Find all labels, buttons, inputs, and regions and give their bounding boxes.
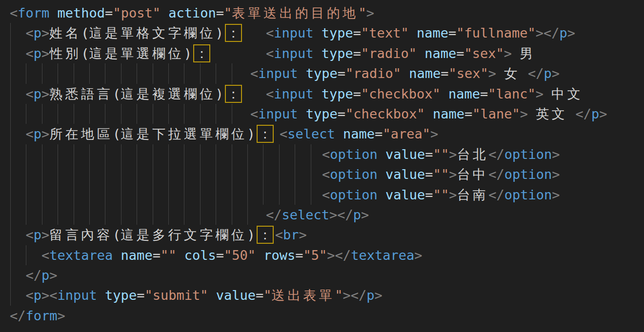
code-token: option: [504, 187, 552, 202]
code-line[interactable]: <p><input type="submit" value="送出表單"></p…: [0, 285, 644, 305]
code-line[interactable]: <option value="">台北</option>: [0, 144, 644, 164]
code-token: type: [105, 288, 137, 303]
code-token: [425, 106, 433, 121]
code-token: <: [266, 25, 274, 40]
code-token: [10, 86, 26, 101]
code-line[interactable]: <p>熟悉語言(這是複選欄位)：<input type="checkbox" n…: [0, 84, 644, 104]
code-line[interactable]: <option value="">台中</option>: [0, 164, 644, 184]
code-token: <: [26, 288, 34, 303]
code-token: =: [256, 288, 263, 303]
indent-guide: [58, 63, 58, 83]
indent-guide: [184, 185, 184, 205]
code-token: ></: [536, 25, 560, 40]
code-line[interactable]: <p>留言內容(這是多行文字欄位)：<br>: [0, 225, 644, 245]
indent-guide: [232, 104, 232, 124]
indent-guide: [26, 205, 26, 225]
indent-guide: [232, 164, 232, 184]
indent-guide: [184, 63, 184, 83]
code-token: [10, 46, 26, 61]
code-token: <: [26, 227, 34, 242]
code-line[interactable]: <p>性別(這是單選欄位)：<input type="radio" name="…: [0, 43, 644, 63]
code-token: "submit": [144, 288, 208, 303]
code-token: "radio": [345, 66, 401, 81]
code-token: [401, 66, 409, 81]
indent-guide: [295, 185, 295, 205]
code-token: (: [81, 25, 89, 40]
code-token: type: [322, 86, 353, 101]
code-token: [10, 25, 26, 40]
indent-guide: [216, 164, 216, 184]
indent-guide: [58, 205, 58, 225]
code-token: [256, 248, 263, 263]
code-line[interactable]: <option value="">台南</option>: [0, 185, 644, 205]
indent-guide: [153, 104, 153, 124]
unicode-highlight-colon: ：: [193, 44, 210, 62]
code-token: </: [528, 66, 544, 81]
code-token: </: [266, 207, 282, 222]
code-token: ></: [342, 288, 366, 303]
indent-guide: [168, 144, 169, 164]
code-token: <: [26, 86, 34, 101]
code-segment: <p>留言內容(這是多行文字欄位)：<br>: [0, 225, 307, 245]
code-token: =: [137, 288, 144, 303]
code-token: 這是複選欄位: [121, 86, 215, 101]
code-token: option: [330, 167, 378, 182]
indent-guide: [42, 104, 42, 124]
indent-guide: [311, 144, 311, 164]
code-token: =: [338, 106, 345, 121]
code-token: "fullname": [456, 25, 536, 40]
unicode-highlight-colon: ：: [225, 85, 242, 103]
code-segment: </select></p>: [266, 205, 369, 225]
code-token: p: [34, 86, 41, 101]
code-editor[interactable]: <form method="post" action="表單送出的目的地"> <…: [0, 0, 644, 332]
indent-guide: [311, 185, 311, 205]
code-token: >: [567, 25, 575, 40]
code-line[interactable]: <input type="checkbox" name="lane"> 英文 <…: [0, 104, 644, 124]
code-token: ": [224, 5, 232, 20]
code-token: [298, 106, 306, 121]
indent-guide: [216, 144, 216, 164]
indent-guide: [26, 63, 26, 83]
code-token: <: [280, 126, 287, 141]
code-token: </: [488, 147, 504, 162]
code-token: ": [335, 288, 342, 303]
code-line[interactable]: <textarea name="" cols="50" rows="5"></t…: [0, 245, 644, 265]
code-line[interactable]: </p>: [0, 265, 644, 285]
indent-guide: [105, 63, 105, 83]
code-token: [97, 288, 105, 303]
code-line[interactable]: <p>所在地區(這是下拉選單欄位)：<select name="area">: [0, 124, 644, 144]
code-token: =: [375, 126, 382, 141]
code-token: >: [374, 288, 382, 303]
code-token: 性別: [49, 46, 81, 61]
code-token: p: [560, 25, 567, 40]
code-token: 中文: [551, 86, 583, 101]
code-segment: </form>: [0, 306, 65, 326]
indent-guide: [216, 205, 216, 225]
indent-guide: [263, 185, 263, 205]
code-line[interactable]: <form method="post" action="表單送出的目的地">: [0, 3, 644, 23]
code-token: =: [353, 86, 361, 101]
indent-guide: [247, 185, 248, 205]
indent-guide: [89, 205, 90, 225]
code-token: <: [322, 147, 330, 162]
code-token: >: [449, 167, 457, 182]
indent-guide: [295, 144, 295, 164]
code-line[interactable]: <p>姓名(這是單格文字欄位)：<input type="text" name=…: [0, 23, 644, 43]
code-token: "sex": [448, 66, 488, 81]
code-token: >: [599, 106, 607, 121]
code-token: name: [409, 66, 441, 81]
indent-guide: [105, 185, 105, 205]
code-segment: <form method="post" action="表單送出的目的地">: [0, 3, 374, 23]
code-token: input: [274, 86, 313, 101]
code-line[interactable]: </form>: [0, 306, 644, 326]
code-segment: <option value="">台北</option>: [322, 144, 560, 164]
code-token: >: [41, 86, 49, 101]
code-token: >: [41, 126, 49, 141]
code-token: input: [258, 106, 298, 121]
code-line[interactable]: <input type="radio" name="sex"> 女 </p>: [0, 63, 644, 83]
indent-guide: [137, 185, 137, 205]
code-line[interactable]: </select></p>: [0, 205, 644, 225]
indent-guide: [10, 63, 11, 83]
code-token: [528, 106, 536, 121]
code-token: >: [361, 207, 369, 222]
